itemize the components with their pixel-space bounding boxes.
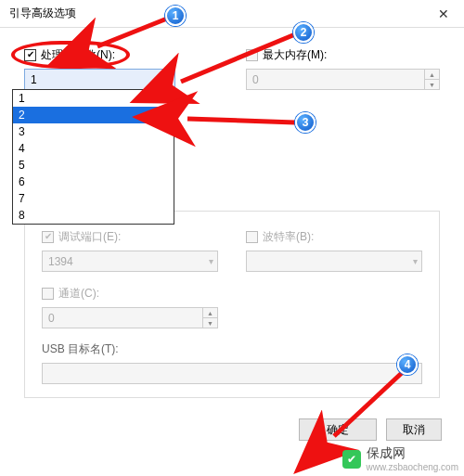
check-icon: ✔ — [27, 50, 34, 59]
watermark-logo-icon: ✔ — [342, 450, 361, 469]
debug-port-combo[interactable]: 1394 ▾ — [42, 251, 218, 272]
chevron-up-icon: ▲ — [203, 308, 217, 318]
debug-port-value: 1394 — [48, 255, 73, 268]
title-bar: 引导高级选项 ✕ — [0, 0, 464, 28]
chevron-down-icon: ▼ — [203, 318, 217, 328]
debug-port-label: 调试端口(E): — [58, 229, 121, 245]
processors-dropdown-list[interactable]: 12345678 — [12, 89, 174, 225]
baud-combo[interactable]: ▾ — [246, 251, 422, 272]
maxmemory-spinner[interactable]: 0 ▲ ▼ — [246, 69, 440, 90]
dropdown-option[interactable]: 1 — [13, 90, 174, 107]
dropdown-option[interactable]: 4 — [13, 140, 174, 157]
channel-spinner[interactable]: 0 ▲ ▼ — [42, 307, 218, 328]
baud-label: 波特率(B): — [263, 229, 314, 245]
chevron-down-icon: ▼ — [425, 80, 439, 89]
watermark-url: www.zsbaocheng.com — [367, 462, 459, 472]
check-icon: ✔ — [45, 232, 52, 241]
channel-label: 通道(C): — [58, 286, 99, 302]
maxmemory-value: 0 — [252, 73, 259, 86]
watermark: ✔ 保成网 www.zsbaocheng.com — [342, 445, 459, 472]
dropdown-option[interactable]: 3 — [13, 123, 174, 140]
baud-checkbox[interactable] — [246, 231, 258, 243]
processors-label: 处理器个数(N): — [41, 47, 115, 63]
processors-checkbox[interactable]: ✔ — [24, 49, 36, 61]
debug-port-checkbox[interactable]: ✔ — [42, 231, 54, 243]
close-icon: ✕ — [438, 6, 449, 21]
dropdown-option[interactable]: 8 — [13, 207, 174, 224]
watermark-name: 保成网 — [367, 445, 406, 460]
dropdown-option[interactable]: 6 — [13, 174, 174, 190]
window-title: 引导高级选项 — [9, 6, 76, 21]
close-button[interactable]: ✕ — [423, 0, 464, 28]
ok-button[interactable]: 确定 — [299, 418, 377, 441]
chevron-down-icon: ▾ — [413, 256, 418, 266]
debug-groupbox: ✔ 调试端口(E): 1394 ▾ 波特率(B): ▾ — [24, 211, 440, 398]
dropdown-option[interactable]: 7 — [13, 190, 174, 207]
chevron-down-icon: ▾ — [209, 256, 213, 266]
dropdown-option[interactable]: 5 — [13, 157, 174, 174]
chevron-down-icon: ▾ — [166, 74, 171, 84]
spinner-buttons[interactable]: ▲ ▼ — [424, 70, 439, 89]
usb-target-label: USB 目标名(T): — [42, 341, 422, 357]
dropdown-option[interactable]: 2 — [13, 107, 174, 123]
cancel-button[interactable]: 取消 — [386, 418, 442, 441]
maxmemory-label: 最大内存(M): — [263, 47, 327, 63]
spinner-buttons[interactable]: ▲ ▼ — [202, 308, 217, 328]
channel-checkbox[interactable] — [42, 288, 54, 300]
processors-combo[interactable]: 1 ▾ — [24, 69, 175, 90]
chevron-up-icon: ▲ — [425, 70, 439, 80]
cancel-button-label: 取消 — [403, 422, 425, 438]
maxmemory-checkbox[interactable] — [246, 49, 258, 61]
processors-combo-value: 1 — [31, 73, 37, 86]
channel-value: 0 — [48, 312, 55, 325]
ok-button-label: 确定 — [327, 422, 349, 438]
usb-target-field[interactable] — [42, 363, 422, 384]
